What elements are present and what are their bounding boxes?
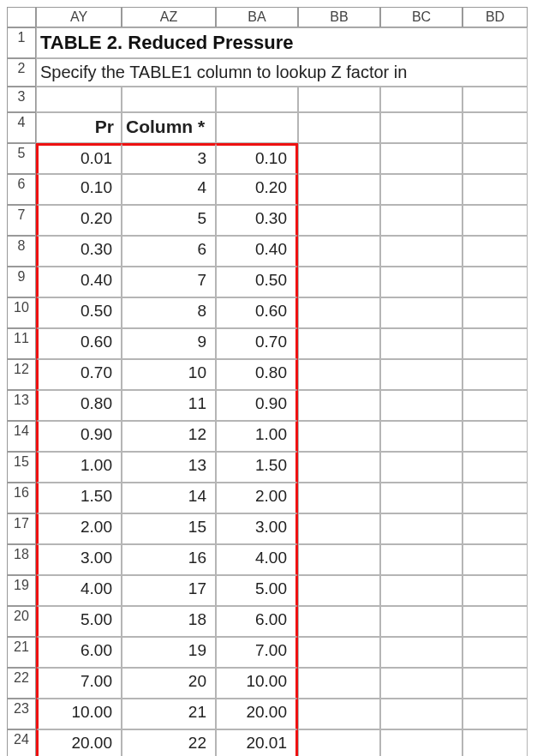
- row-header-17[interactable]: 17: [7, 513, 36, 544]
- cell-r15-blank2[interactable]: [462, 452, 528, 483]
- row-header-6[interactable]: 6: [7, 174, 36, 205]
- cell-r16-blank0[interactable]: [298, 483, 380, 513]
- row-header-4[interactable]: 4: [7, 112, 36, 143]
- cell-r14-blank1[interactable]: [380, 421, 462, 452]
- cell-r6-blank0[interactable]: [298, 174, 380, 205]
- cell-col-11[interactable]: 9: [122, 328, 216, 359]
- cell-r17-blank2[interactable]: [462, 513, 528, 544]
- spreadsheet-grid[interactable]: AYAZBABBBCBD1TABLE 2. Reduced Pressure2S…: [7, 7, 542, 756]
- cell-col-23[interactable]: 21: [122, 699, 216, 729]
- cell-pr-9[interactable]: 0.40: [36, 267, 122, 297]
- cell-r18-blank0[interactable]: [298, 544, 380, 575]
- cell-col-19[interactable]: 17: [122, 575, 216, 606]
- cell-col-20[interactable]: 18: [122, 606, 216, 637]
- cell-col-21[interactable]: 19: [122, 637, 216, 668]
- cell-r10-blank2[interactable]: [462, 297, 528, 328]
- cell-pr-22[interactable]: 7.00: [36, 668, 122, 699]
- cell-col-16[interactable]: 14: [122, 483, 216, 513]
- cell-r23-blank1[interactable]: [380, 699, 462, 729]
- cell-r15-blank0[interactable]: [298, 452, 380, 483]
- cell-r20-blank1[interactable]: [380, 606, 462, 637]
- cell-pr-17[interactable]: 2.00: [36, 513, 122, 544]
- cell-r21-blank0[interactable]: [298, 637, 380, 668]
- cell-r14-blank0[interactable]: [298, 421, 380, 452]
- cell-next-10[interactable]: 0.60: [216, 297, 298, 328]
- cell-pr-10[interactable]: 0.50: [36, 297, 122, 328]
- cell-r3-c2[interactable]: [216, 87, 298, 112]
- header-pr[interactable]: Pr: [36, 112, 122, 143]
- cell-r23-blank0[interactable]: [298, 699, 380, 729]
- cell-r9-blank0[interactable]: [298, 267, 380, 297]
- cell-pr-20[interactable]: 5.00: [36, 606, 122, 637]
- cell-next-15[interactable]: 1.50: [216, 452, 298, 483]
- cell-r10-blank1[interactable]: [380, 297, 462, 328]
- row-header-21[interactable]: 21: [7, 637, 36, 668]
- cell-next-17[interactable]: 3.00: [216, 513, 298, 544]
- cell-r11-blank2[interactable]: [462, 328, 528, 359]
- col-header-AZ[interactable]: AZ: [122, 7, 216, 27]
- cell-r17-blank0[interactable]: [298, 513, 380, 544]
- col-header-BD[interactable]: BD: [462, 7, 528, 27]
- cell-r11-blank1[interactable]: [380, 328, 462, 359]
- cell-r24-blank1[interactable]: [380, 729, 462, 756]
- cell-next-24[interactable]: 20.01: [216, 729, 298, 756]
- row-header-14[interactable]: 14: [7, 421, 36, 452]
- cell-r7-blank1[interactable]: [380, 205, 462, 236]
- col-header-BB[interactable]: BB: [298, 7, 380, 27]
- cell-col-8[interactable]: 6: [122, 236, 216, 267]
- cell-r14-blank2[interactable]: [462, 421, 528, 452]
- cell-r16-blank2[interactable]: [462, 483, 528, 513]
- row-header-15[interactable]: 15: [7, 452, 36, 483]
- cell-next-23[interactable]: 20.00: [216, 699, 298, 729]
- cell-r19-blank2[interactable]: [462, 575, 528, 606]
- cell-r21-blank1[interactable]: [380, 637, 462, 668]
- row-header-18[interactable]: 18: [7, 544, 36, 575]
- cell-r15-blank1[interactable]: [380, 452, 462, 483]
- cell-r23-blank2[interactable]: [462, 699, 528, 729]
- cell-r11-blank0[interactable]: [298, 328, 380, 359]
- cell-next-7[interactable]: 0.30: [216, 205, 298, 236]
- header-column[interactable]: Column *: [122, 112, 216, 143]
- cell-pr-11[interactable]: 0.60: [36, 328, 122, 359]
- cell-col-15[interactable]: 13: [122, 452, 216, 483]
- cell-pr-6[interactable]: 0.10: [36, 174, 122, 205]
- col-header-BA[interactable]: BA: [216, 7, 298, 27]
- cell-r9-blank2[interactable]: [462, 267, 528, 297]
- cell-pr-8[interactable]: 0.30: [36, 236, 122, 267]
- cell-pr-15[interactable]: 1.00: [36, 452, 122, 483]
- cell-r7-blank0[interactable]: [298, 205, 380, 236]
- cell-next-16[interactable]: 2.00: [216, 483, 298, 513]
- row-header-3[interactable]: 3: [7, 87, 36, 112]
- cell-r19-blank0[interactable]: [298, 575, 380, 606]
- row-header-22[interactable]: 22: [7, 668, 36, 699]
- cell-r8-blank1[interactable]: [380, 236, 462, 267]
- cell-next-11[interactable]: 0.70: [216, 328, 298, 359]
- cell-r8-blank0[interactable]: [298, 236, 380, 267]
- cell-r9-blank1[interactable]: [380, 267, 462, 297]
- cell-r6-blank2[interactable]: [462, 174, 528, 205]
- cell-r3-c3[interactable]: [298, 87, 380, 112]
- cell-pr-14[interactable]: 0.90: [36, 421, 122, 452]
- cell-col-12[interactable]: 10: [122, 359, 216, 390]
- row-header-11[interactable]: 11: [7, 328, 36, 359]
- cell-r3-c0[interactable]: [36, 87, 122, 112]
- cell-next-18[interactable]: 4.00: [216, 544, 298, 575]
- cell-r5-blank1[interactable]: [380, 143, 462, 174]
- cell-r22-blank0[interactable]: [298, 668, 380, 699]
- cell-r13-blank2[interactable]: [462, 390, 528, 421]
- cell-r16-blank1[interactable]: [380, 483, 462, 513]
- cell-r19-blank1[interactable]: [380, 575, 462, 606]
- row-header-7[interactable]: 7: [7, 205, 36, 236]
- cell-col-5[interactable]: 3: [122, 143, 216, 174]
- cell-col-17[interactable]: 15: [122, 513, 216, 544]
- cell-r22-blank1[interactable]: [380, 668, 462, 699]
- cell-pr-5[interactable]: 0.01: [36, 143, 122, 174]
- cell-pr-24[interactable]: 20.00: [36, 729, 122, 756]
- cell-r18-blank1[interactable]: [380, 544, 462, 575]
- cell-r24-blank2[interactable]: [462, 729, 528, 756]
- row-header-12[interactable]: 12: [7, 359, 36, 390]
- col-header-AY[interactable]: AY: [36, 7, 122, 27]
- row-header-1[interactable]: 1: [7, 27, 36, 58]
- cell-r18-blank2[interactable]: [462, 544, 528, 575]
- row-header-5[interactable]: 5: [7, 143, 36, 174]
